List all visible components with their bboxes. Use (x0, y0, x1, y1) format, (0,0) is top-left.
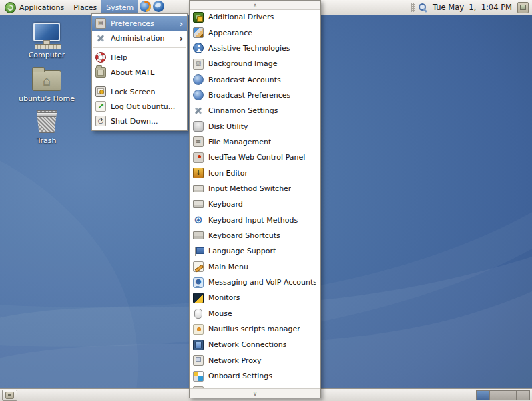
submenu-item-label: Main Menu (208, 263, 248, 271)
main-menu-icon (193, 261, 204, 272)
trash-rim (34, 112, 59, 117)
submenu-item-additional-drivers[interactable]: ▦Additional Drivers (190, 9, 320, 25)
workspace-4[interactable] (517, 391, 529, 400)
submenu-scroll-down[interactable]: ∨ (190, 388, 320, 398)
submenu-item-broadcast-accounts[interactable]: Broadcast Accounts (190, 72, 320, 87)
tray-desktop-icon[interactable] (517, 2, 529, 13)
menu-item-administration[interactable]: Administration› (92, 31, 187, 45)
desktop-icon-computer[interactable]: Computer (16, 23, 77, 59)
submenu-item-label: Network Connections (208, 340, 286, 349)
mouse-icon (193, 308, 204, 319)
submenu-item-mouse[interactable]: Mouse (190, 306, 320, 321)
submenu-item-onboard-settings[interactable]: Onboard Settings (190, 368, 320, 384)
submenu-item-file-management[interactable]: ≡File Management (190, 134, 320, 150)
menu-item-label: About MATE (111, 68, 155, 77)
show-desktop-icon (5, 392, 14, 399)
menubar-item-applications[interactable]: Applications (0, 0, 69, 15)
menu-item-preferences[interactable]: ▤Preferences› (92, 16, 187, 31)
submenu-item-language-support[interactable]: Language Support (190, 243, 320, 259)
keyboard-input-methods-icon: ⊛ (193, 215, 204, 225)
menu-item-label: Preferences (111, 19, 154, 28)
scroll-down-icon: ∨ (253, 390, 258, 397)
submenu-item-label: Cinnamon Settings (208, 106, 278, 115)
lock-screen-icon (95, 86, 106, 97)
submenu-item-messaging-and-voip-accounts[interactable]: ☻Messaging and VoIP Accounts (190, 275, 320, 290)
submenu-item-label: Messaging and VoIP Accounts (208, 278, 316, 287)
submenu-item-keyboard-input-methods[interactable]: ⊛Keyboard Input Methods (190, 212, 320, 227)
menu-item-help[interactable]: Help (92, 50, 187, 65)
launcher-firefox[interactable] (140, 1, 151, 14)
submenu-item-label: Broadcast Accounts (208, 76, 281, 84)
menubar-label: System (106, 3, 134, 12)
submenu-item-label: Language Support (208, 247, 276, 255)
submenu-item-network-connections[interactable]: Network Connections (190, 337, 320, 352)
appearance-icon (193, 27, 204, 38)
submenu-item-background-image[interactable]: ▨Background Image (190, 56, 320, 72)
submenu-arrow-icon: › (180, 19, 183, 28)
desktop-icon-label: ubuntu's Home (16, 94, 77, 103)
nautilus-scripts-manager-icon (193, 324, 204, 335)
menu-item-label: Help (111, 53, 127, 62)
submenu-item-monitors[interactable]: Monitors (190, 290, 320, 305)
firefox-icon (140, 1, 151, 12)
submenu-item-appearance[interactable]: Appearance (190, 25, 320, 40)
menubar: ApplicationsPlacesSystem (0, 0, 138, 15)
submenu-item-label: Keyboard Input Methods (208, 216, 298, 225)
menu-item-lock-screen[interactable]: Lock Screen (92, 84, 187, 99)
submenu-item-keyboard[interactable]: Keyboard (190, 196, 320, 212)
tray-drag-handle[interactable] (411, 3, 415, 12)
workspace-3[interactable] (503, 391, 517, 400)
workspace-1[interactable] (477, 391, 490, 400)
desktop-icon-home[interactable]: ubuntu's Home (16, 66, 77, 103)
submenu-item-keyboard-shortcuts[interactable]: Keyboard Shortcuts (190, 228, 320, 243)
panel-launchers (140, 1, 164, 14)
broadcast-preferences-icon (193, 90, 204, 100)
background-image-icon: ▨ (193, 59, 204, 70)
desktop-icon-label: Computer (16, 51, 77, 59)
network-connections-icon (193, 340, 204, 350)
menu-item-about-mate[interactable]: About MATE (92, 65, 187, 80)
clock-applet[interactable]: Tue May 1, 1:04 PM (427, 3, 517, 12)
menu-item-log-out[interactable]: ↗Log Out ubuntu... (92, 99, 187, 114)
submenu-item-label: Network Proxy (208, 356, 262, 365)
administration-icon (95, 33, 106, 43)
submenu-item-main-menu[interactable]: Main Menu (190, 259, 320, 275)
show-desktop-button[interactable] (2, 390, 17, 401)
keyboard-shortcuts-icon (193, 230, 204, 241)
desktop-icon-trash[interactable]: Trash (16, 107, 77, 145)
submenu-item-label: Keyboard (208, 200, 243, 209)
menubar-label: Places (73, 3, 97, 12)
preferences-icon: ▤ (95, 18, 106, 29)
submenu-item-assistive-technologies[interactable]: Assistive Technologies (190, 41, 320, 56)
submenu-item-cinnamon-settings[interactable]: Cinnamon Settings (190, 103, 320, 118)
submenu-item-broadcast-preferences[interactable]: Broadcast Preferences (190, 88, 320, 103)
submenu-item-label: Assistive Technologies (208, 44, 290, 53)
language-support-icon (193, 246, 204, 257)
workspace-2[interactable] (490, 391, 503, 400)
assistive-technologies-icon (193, 43, 204, 53)
additional-drivers-icon: ▦ (193, 12, 204, 23)
menu-item-shut-down[interactable]: ○Shut Down... (92, 114, 187, 128)
scroll-up-icon: ∧ (253, 2, 258, 9)
mate-logo-icon (5, 2, 16, 13)
tray-search-icon[interactable] (417, 3, 427, 13)
submenu-item-icon-editor[interactable]: ↓Icon Editor (190, 165, 320, 180)
submenu-item-nautilus-scripts-manager[interactable]: Nautilus scripts manager (190, 321, 320, 337)
menu-item-label: Shut Down... (111, 117, 158, 126)
icedtea-web-control-panel-icon (193, 152, 204, 163)
desktop-icon-label: Trash (16, 136, 77, 145)
menubar-item-places[interactable]: Places (69, 0, 101, 15)
submenu-item-icedtea-web-control-panel[interactable]: IcedTea Web Control Panel (190, 150, 320, 165)
submenu-item-disk-utility[interactable]: Disk Utility (190, 118, 320, 134)
submenu-item-label: Nautilus scripts manager (208, 325, 300, 333)
workspace-switcher (476, 390, 530, 400)
launcher-thunderbird[interactable] (153, 1, 164, 14)
submenu-scroll-up[interactable]: ∧ (190, 1, 320, 10)
submenu-item-network-proxy[interactable]: Network Proxy (190, 353, 320, 368)
bottom-drag-handle[interactable] (20, 391, 24, 400)
input-method-switcher-icon (193, 183, 204, 194)
system-menu: ▤Preferences›Administration›HelpAbout MA… (91, 13, 188, 131)
monitors-icon (193, 293, 204, 303)
submenu-item-input-method-switcher[interactable]: Input Method Switcher (190, 181, 320, 196)
menubar-item-system[interactable]: System (101, 0, 138, 15)
